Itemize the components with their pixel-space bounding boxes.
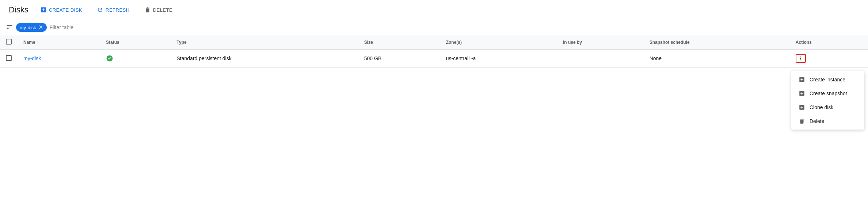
col-snapshot-schedule: Snapshot schedule <box>644 35 790 50</box>
refresh-icon <box>97 7 103 13</box>
disk-status-cell <box>100 50 171 68</box>
col-actions: Actions <box>790 35 868 50</box>
zones-col-label: Zone(s) <box>446 40 462 45</box>
delete-icon <box>144 7 151 13</box>
disk-table-container: Name ↑ Status Type Size Zone(s) In us <box>0 35 868 68</box>
page-title: Disks <box>9 5 28 15</box>
disk-actions-cell <box>790 50 868 68</box>
status-col-label: Status <box>106 40 119 45</box>
row-checkbox-cell[interactable] <box>0 50 18 68</box>
status-running-icon <box>106 55 165 62</box>
col-name[interactable]: Name ↑ <box>18 35 100 50</box>
col-type: Type <box>171 35 358 50</box>
filter-chip[interactable]: my-disk ✕ <box>16 23 47 32</box>
select-all-checkbox[interactable] <box>6 39 12 45</box>
create-disk-button[interactable]: CREATE DISK <box>37 4 85 15</box>
sort-asc-icon: ↑ <box>37 40 39 45</box>
filter-chip-label: my-disk <box>20 25 36 30</box>
disk-type-cell: Standard persistent disk <box>171 50 358 68</box>
snapshot-schedule-col-label: Snapshot schedule <box>650 40 690 45</box>
filter-placeholder[interactable]: Filter table <box>50 24 73 30</box>
disk-size-value: 500 GB <box>364 55 381 61</box>
table-row: my-disk Standard persistent disk 500 GB <box>0 50 868 68</box>
disk-zones-cell: us-central1-a <box>440 50 557 68</box>
col-status: Status <box>100 35 171 50</box>
select-all-header[interactable] <box>0 35 18 50</box>
create-disk-label: CREATE DISK <box>49 7 82 13</box>
refresh-label: REFRESH <box>106 7 130 13</box>
row-checkbox[interactable] <box>6 55 12 61</box>
create-disk-icon <box>40 7 47 13</box>
disk-snapshot-schedule-value: None <box>650 55 662 61</box>
disk-in-use-by-cell <box>557 50 644 68</box>
actions-col-label: Actions <box>796 40 812 45</box>
table-header-row: Name ↑ Status Type Size Zone(s) In us <box>0 35 868 50</box>
disk-name-link[interactable]: my-disk <box>23 55 41 61</box>
col-size: Size <box>358 35 440 50</box>
row-actions-button[interactable] <box>796 54 806 63</box>
disk-name-cell: my-disk <box>18 50 100 68</box>
filter-icon[interactable] <box>6 23 13 32</box>
name-col-label: Name <box>23 40 35 45</box>
col-zones: Zone(s) <box>440 35 557 50</box>
in-use-by-col-label: In use by <box>563 40 582 45</box>
name-sort-control[interactable]: Name ↑ <box>23 40 39 45</box>
filter-chip-close-icon[interactable]: ✕ <box>38 24 43 30</box>
disk-table: Name ↑ Status Type Size Zone(s) In us <box>0 35 868 68</box>
filter-bar: my-disk ✕ Filter table <box>0 20 868 35</box>
refresh-button[interactable]: REFRESH <box>94 4 133 15</box>
delete-button[interactable]: DELETE <box>141 4 176 15</box>
delete-label: DELETE <box>153 7 173 13</box>
col-in-use-by: In use by <box>557 35 644 50</box>
disk-zones-value: us-central1-a <box>446 55 476 61</box>
more-vert-icon <box>798 55 804 61</box>
type-col-label: Type <box>177 40 187 45</box>
page-header: Disks CREATE DISK REFRESH DELETE <box>0 0 868 20</box>
disk-type-value: Standard persistent disk <box>177 55 232 61</box>
disk-size-cell: 500 GB <box>358 50 440 68</box>
disk-snapshot-schedule-cell: None <box>644 50 790 68</box>
size-col-label: Size <box>364 40 373 45</box>
